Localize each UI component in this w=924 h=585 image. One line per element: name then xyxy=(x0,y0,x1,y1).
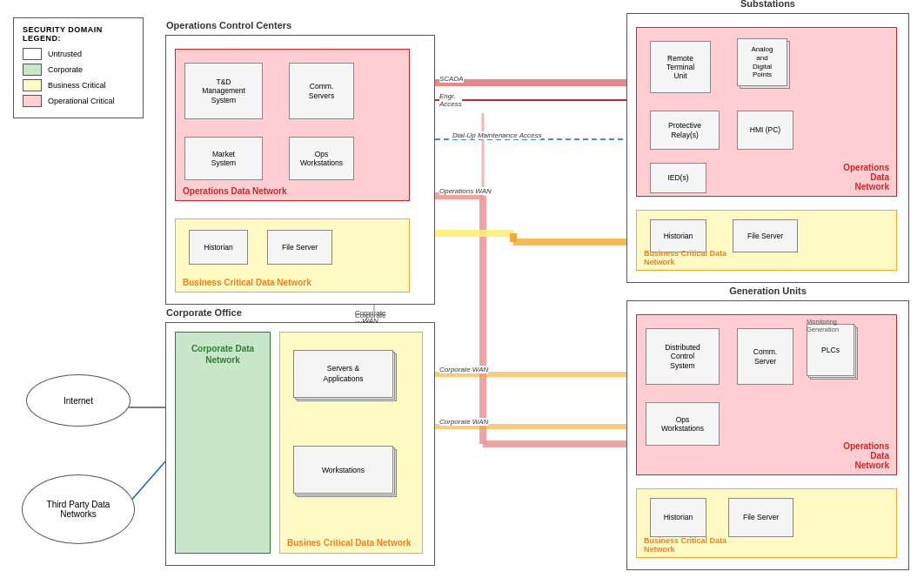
gen-ops-network: DistributedControlSystem Comm.Server PLC… xyxy=(636,314,897,475)
rtu-label: RemoteTerminalUnit xyxy=(666,54,694,81)
substations-title: Substations xyxy=(740,0,795,9)
legend-label-business: Business Critical xyxy=(48,81,106,90)
corp-data-network: Corporate Data Network xyxy=(175,332,271,554)
rtu-box: RemoteTerminalUnit xyxy=(650,41,711,93)
legend-label-operational: Operational Critical xyxy=(48,97,115,105)
corp-wan-vertical-label: CorporateWAN xyxy=(346,309,394,325)
gen-file-server-box: File Server xyxy=(728,498,793,537)
occ-file-server-box: File Server xyxy=(267,230,332,265)
servers-apps-box: Servers &Applications xyxy=(293,350,393,398)
occ-file-server-label: File Server xyxy=(282,243,318,252)
gen-comm-server-box: Comm.Server xyxy=(737,328,793,385)
occ-ops-net-label: Operations Data Network xyxy=(183,186,286,196)
ieds-box: IED(s) xyxy=(650,163,706,193)
occ-ops-network: T&DManagementSystem Comm.Servers MarketS… xyxy=(175,49,410,201)
gen-title: Generation Units xyxy=(729,286,807,296)
legend-color-corporate xyxy=(23,64,42,76)
td-mgmt-box: T&DManagementSystem xyxy=(184,63,263,119)
legend-label-corporate: Corporate xyxy=(48,65,83,74)
gen-ops-workstations-label: OpsWorkstations xyxy=(661,415,704,433)
ieds-label: IED(s) xyxy=(667,173,688,182)
corp-biz-network: Servers &Applications Workstations Busin… xyxy=(279,332,423,554)
occ-title: Operations Control Centers xyxy=(166,20,291,30)
legend-item-operational: Operational Critical xyxy=(23,95,134,107)
diagram-container: SECURITY DOMAIN LEGEND: Untrusted Corpor… xyxy=(0,0,924,585)
legend-color-operational xyxy=(23,95,42,107)
legend: SECURITY DOMAIN LEGEND: Untrusted Corpor… xyxy=(13,17,144,118)
ops-wan-label: Operations WAN xyxy=(439,187,492,195)
dialup-label: Dial-Up Maintenance Access xyxy=(452,131,541,139)
sub-historian-box: Historian xyxy=(650,219,706,252)
sub-ops-net-label: OperationsDataNetwork xyxy=(843,163,889,192)
corp-data-net-label: Corporate Data Network xyxy=(176,343,270,366)
occ-section: Operations Control Centers T&DManagement… xyxy=(165,35,435,305)
occ-historian-label: Historian xyxy=(204,243,233,252)
svg-line-16 xyxy=(129,461,165,503)
substations-section: Substations RemoteTerminalUnit Analogand… xyxy=(626,13,909,283)
dcs-label: DistributedControlSystem xyxy=(665,343,700,370)
hmi-pc-label: HMI (PC) xyxy=(750,125,780,134)
comm-servers-box: Comm.Servers xyxy=(289,63,354,119)
analog-digital-box: AnalogandDigitalPoints xyxy=(737,38,787,86)
gen-historian-box: Historian xyxy=(650,498,706,537)
occ-historian-box: Historian xyxy=(189,230,248,265)
gen-comm-server-label: Comm.Server xyxy=(753,347,777,365)
legend-item-corporate: Corporate xyxy=(23,64,134,76)
sub-biz-net-label: Business Critical DataNetwork xyxy=(644,249,726,266)
sub-file-server-box: File Server xyxy=(733,219,798,252)
market-system-label: MarketSystem xyxy=(211,150,236,167)
comm-servers-label: Comm.Servers xyxy=(309,82,334,99)
legend-color-business xyxy=(23,79,42,91)
internet-label: Internet xyxy=(64,396,93,406)
monitoring-gen-label: MonitoringGeneration xyxy=(807,318,839,333)
sub-biz-network: Historian File Server Business Critical … xyxy=(636,210,897,271)
protective-relay-box: ProtectiveRelay(s) xyxy=(650,111,720,150)
gen-biz-net-label: Business Critical DataNetwork xyxy=(644,536,726,554)
legend-color-untrusted xyxy=(23,48,42,60)
gen-ops-net-label: OperationsDataNetwork xyxy=(843,441,889,470)
occ-biz-network: Historian File Server Business Critical … xyxy=(175,219,410,292)
sub-historian-label: Historian xyxy=(664,232,693,240)
protective-relay-label: ProtectiveRelay(s) xyxy=(668,121,701,138)
legend-label-untrusted: Untrusted xyxy=(48,50,82,58)
gen-historian-label: Historian xyxy=(664,513,693,521)
gen-file-server-label: File Server xyxy=(743,513,779,521)
workstations-box: Workstations xyxy=(293,446,393,494)
internet-ellipse: Internet xyxy=(26,374,131,427)
sub-file-server-label: File Server xyxy=(747,232,783,240)
generation-section: Generation Units DistributedControlSyste… xyxy=(626,300,909,570)
dcs-box: DistributedControlSystem xyxy=(646,328,720,385)
scada-label: SCADA xyxy=(439,75,464,83)
occ-ops-workstations-box: OpsWorkstations xyxy=(289,137,354,180)
corporate-section: Corporate Office Corporate Data Network … xyxy=(165,322,435,566)
corp-biz-net-label: Busines Critical Data Network xyxy=(287,538,411,548)
legend-title: SECURITY DOMAIN LEGEND: xyxy=(23,25,134,43)
legend-item-business: Business Critical xyxy=(23,79,134,91)
gen-ops-workstations-box: OpsWorkstations xyxy=(646,402,720,446)
occ-ops-workstations-label: OpsWorkstations xyxy=(300,150,343,167)
engr-access-label: Engr.Access xyxy=(439,92,462,108)
legend-item-untrusted: Untrusted xyxy=(23,48,134,60)
occ-biz-net-label: Business Critical Data Network xyxy=(183,278,311,287)
corp-wan-horiz2-label: Corporate WAN xyxy=(439,418,488,426)
corp-wan-horiz1-label: Corporate WAN xyxy=(439,366,488,373)
third-party-ellipse: Third Party Data Networks xyxy=(22,474,135,544)
sub-ops-network: RemoteTerminalUnit AnalogandDigitalPoint… xyxy=(636,27,897,197)
td-mgmt-label: T&DManagementSystem xyxy=(202,77,245,104)
third-party-label: Third Party Data Networks xyxy=(47,500,110,519)
gen-biz-network: Historian File Server Business Critical … xyxy=(636,488,897,558)
corp-title: Corporate Office xyxy=(166,307,242,318)
hmi-pc-box: HMI (PC) xyxy=(737,111,793,150)
market-system-box: MarketSystem xyxy=(184,137,263,180)
